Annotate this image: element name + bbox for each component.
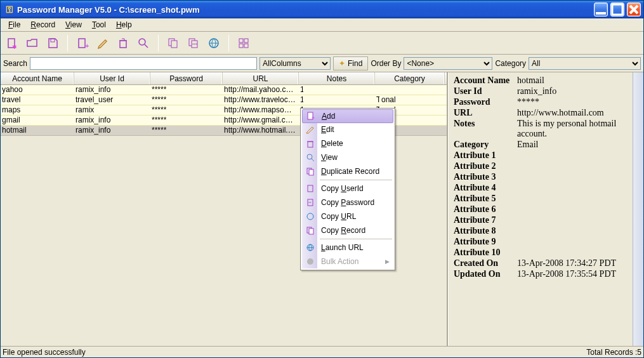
col-notes[interactable]: Notes <box>299 72 375 84</box>
detail-row: Updated On13-Apr-2008 17:35:54 PDT <box>454 269 629 279</box>
category-icon[interactable] <box>236 36 251 51</box>
detail-row: Created On13-Apr-2008 17:34:27 PDT <box>454 258 629 268</box>
title-bar[interactable]: ⚿ Password Manager V5.0 - C:\screen_shot… <box>1 1 643 18</box>
svg-text:***: *** <box>192 43 197 47</box>
menu-file[interactable]: File <box>3 19 25 30</box>
category-label: Category <box>495 59 526 68</box>
svg-point-8 <box>139 39 145 45</box>
new-file-icon[interactable]: ✱ <box>4 36 20 51</box>
search-icon[interactable] <box>136 36 151 51</box>
find-button[interactable]: ✦ Find <box>333 56 368 70</box>
save-file-icon[interactable] <box>45 36 60 51</box>
detail-row: Attribute 7 <box>454 215 629 225</box>
svg-rect-5 <box>79 39 85 48</box>
menu-bar: File Record View Tool Help <box>1 18 643 32</box>
app-icon: ⚿ <box>4 4 15 15</box>
ctx-copy-record[interactable]: Copy Record <box>302 223 393 237</box>
col-userid[interactable]: User Id <box>74 72 150 84</box>
ctx-bulk-action: Bulk Action ▶ <box>302 255 393 268</box>
details-panel: Account NamehotmailUser Idramix_infoPass… <box>448 72 643 346</box>
detail-row: URLhttp://www.hotmail.com <box>454 108 629 118</box>
col-account[interactable]: Account Name <box>1 72 74 84</box>
orderby-label: Order By <box>371 59 401 68</box>
close-button[interactable] <box>627 3 641 17</box>
ctx-launch-url[interactable]: Launch URL <box>302 241 393 255</box>
add-icon: + <box>305 112 317 121</box>
copy-url-icon <box>305 212 316 221</box>
toolbar: ✱ + *** <box>1 32 643 55</box>
menu-view[interactable]: View <box>60 19 87 30</box>
search-scope-select[interactable]: AllColumns <box>260 57 331 70</box>
svg-point-32 <box>307 258 313 265</box>
filter-bar: Search AllColumns ✦ Find Order By <None>… <box>1 55 643 72</box>
detail-row: Attribute 9 <box>454 237 629 247</box>
svg-rect-30 <box>309 229 313 234</box>
ctx-duplicate[interactable]: Duplicate Record <box>302 164 393 178</box>
detail-row: Attribute 8 <box>454 226 629 236</box>
copy-icon[interactable] <box>166 36 181 51</box>
launch-url-icon[interactable] <box>206 36 221 51</box>
svg-rect-0 <box>596 12 606 15</box>
view-icon <box>305 153 316 162</box>
menu-help[interactable]: Help <box>111 19 137 30</box>
category-select[interactable]: All <box>529 57 641 70</box>
duplicate-icon <box>305 167 316 176</box>
ctx-view[interactable]: View <box>302 150 393 164</box>
col-password[interactable]: Password <box>150 72 223 84</box>
detail-row: NotesThis is my personal hotmail account… <box>454 119 629 139</box>
ctx-add[interactable]: + Add <box>302 109 393 123</box>
ctx-delete[interactable]: Delete <box>302 136 393 150</box>
detail-row: Attribute 6 <box>454 204 629 215</box>
detail-scrollbar[interactable] <box>633 72 643 346</box>
edit-record-icon[interactable] <box>95 36 110 51</box>
copy-user-icon <box>305 184 316 193</box>
grid-header[interactable]: Account Name User Id Password URL Notes … <box>1 72 447 85</box>
globe-icon <box>305 243 316 252</box>
svg-rect-10 <box>171 41 177 48</box>
open-file-icon[interactable] <box>25 36 40 51</box>
detail-row: Attribute 10 <box>454 248 629 258</box>
detail-row: CategoryEmail <box>454 140 629 150</box>
detail-row: Attribute 3 <box>454 172 629 182</box>
ctx-edit[interactable]: Edit <box>302 123 393 136</box>
detail-row: Password***** <box>454 97 629 107</box>
status-left: File opened successfully <box>3 348 586 357</box>
detail-row: User Idramix_info <box>454 86 629 96</box>
search-label: Search <box>3 59 27 68</box>
svg-text:+: + <box>85 42 89 50</box>
orderby-select[interactable]: <None> <box>404 57 492 70</box>
ctx-copy-userid[interactable]: Copy UserId <box>302 182 393 196</box>
svg-rect-24 <box>309 169 313 175</box>
menu-record[interactable]: Record <box>25 19 60 30</box>
svg-rect-16 <box>244 39 248 43</box>
svg-text:**: ** <box>308 201 312 205</box>
menu-tool[interactable]: Tool <box>87 19 111 30</box>
svg-point-22 <box>307 154 312 159</box>
status-bar: File opened successfully Total Records :… <box>1 346 643 357</box>
col-url[interactable]: URL <box>223 72 299 84</box>
col-category[interactable]: Category <box>375 72 445 84</box>
wand-icon: ✦ <box>339 59 345 68</box>
svg-rect-18 <box>244 44 248 48</box>
table-row[interactable]: traveltravel_user*****http://www.travelo… <box>1 95 447 105</box>
svg-point-28 <box>307 213 313 220</box>
window-title: Password Manager V5.0 - C:\screen_shot.p… <box>17 5 200 15</box>
detail-row: Attribute 5 <box>454 194 629 204</box>
status-right: Total Records :5 <box>586 348 641 357</box>
ctx-copy-password[interactable]: ** Copy Password <box>302 196 393 209</box>
minimize-button[interactable] <box>594 3 608 17</box>
detail-row: Account Namehotmail <box>454 76 629 86</box>
svg-rect-17 <box>239 44 243 48</box>
search-input[interactable] <box>30 57 257 70</box>
ctx-copy-url[interactable]: Copy URL <box>302 209 393 223</box>
svg-rect-15 <box>239 39 243 43</box>
maximize-button[interactable] <box>610 3 624 17</box>
add-record-icon[interactable]: + <box>75 36 90 51</box>
svg-rect-1 <box>612 4 622 15</box>
chevron-right-icon: ▶ <box>385 258 390 265</box>
copy-password-icon[interactable]: *** <box>186 36 201 51</box>
detail-row: Attribute 1 <box>454 150 629 161</box>
delete-record-icon[interactable] <box>115 36 131 51</box>
table-row[interactable]: yahooramix_info*****http://mail.yahoo.c…… <box>1 85 447 95</box>
copy-pass-icon: ** <box>305 198 316 207</box>
